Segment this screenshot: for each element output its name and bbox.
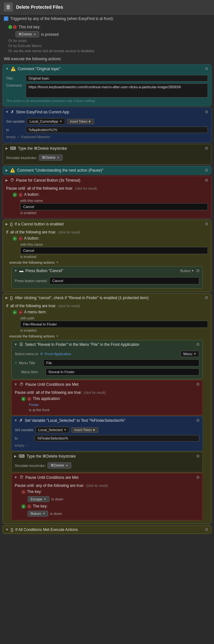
if-cancel-label: If a Cancel button is enabled [15,222,64,226]
setvariable-to-value[interactable]: %FinderSelection% [34,435,199,441]
pause-finder-chevron[interactable]: ▼ [14,383,17,386]
add-hotkey-btn[interactable] [8,25,12,29]
after-click-triangle[interactable]: ▼ [56,335,59,338]
store-insert-token[interactable]: Insert Token ▼ [67,119,94,124]
pause-key-escape-minus[interactable]: − [21,490,26,494]
comment1-title-value[interactable]: Original topic [26,75,208,81]
remove-hotkey-btn[interactable] [13,25,17,29]
pause-key-the-key: The key: [27,489,42,494]
hotkey-dropdown-arrow[interactable]: ▼ [33,33,36,36]
pause1-name-value[interactable]: Cancel [20,203,208,210]
after-click-minus[interactable]: − [18,310,23,315]
after-click-chevron[interactable]: ▶ [5,296,8,299]
if-cancel-click-result[interactable]: (click for result) [58,231,80,234]
store-to-row: to %Application%1% [6,126,208,134]
comment2-header-left: ▶ ⚠️ Comment "Understanding the next act… [5,168,103,173]
press-cancel-btn-arrow[interactable]: ▼ [191,269,194,272]
if-cancel-btn-row: + − A button: [13,235,208,242]
keystroke1-arrow[interactable]: ▼ [57,156,60,159]
action-if-all-cond: ▼ {} If All Conditions Met Execute Actio… [3,525,211,534]
select-menu-title-value[interactable]: File [43,359,199,366]
keystroke1-header: ▶ ⌨ Type the ⌘Delete Keystroke ⚙ [3,144,211,152]
press-cancel-gear[interactable]: ⚙ [196,268,200,273]
pause-finder-plus[interactable]: + [21,397,26,401]
store-chevron[interactable]: ▼ [5,110,9,114]
if-cancel-triangle[interactable]: ▼ [56,261,59,264]
if-cancel-name-value[interactable]: Cancel [20,247,208,254]
pause-finder-this-app: This application: [33,396,61,401]
pause-key-escape-value[interactable]: Escape ▼ [28,496,49,502]
if-cancel-minus[interactable]: − [18,236,23,241]
press-cancel-chevron[interactable]: ▼ [14,269,17,272]
store-to-value[interactable]: %Application%1% [26,127,208,133]
keystroke2-value[interactable]: ⌘Delete ▼ [48,462,71,469]
comment2-gear[interactable]: ⚙ [205,168,209,173]
setvariable-gear[interactable]: ⚙ [196,418,200,423]
setvariable-insert-token[interactable]: Insert Token ▼ [71,427,98,433]
pause-key-chevron[interactable]: ▼ [14,476,17,479]
keystroke2-header-left: ▶ ⌨ Type the ⌘Delete Keystroke [14,454,76,459]
if-cancel-plus[interactable]: + [13,236,17,241]
pause1-click-result[interactable]: (click for result) [75,187,97,190]
setvariable-arrow[interactable]: ▼ [64,428,67,431]
after-click-with-path: with path [20,316,208,321]
store-setvar-arrow[interactable]: ▼ [59,120,62,123]
comment1-chevron[interactable]: ▼ [5,67,9,71]
pause1-minus[interactable]: − [18,193,23,197]
setvariable-setvar-value[interactable]: Local_Selected ▼ [35,427,69,433]
pause-key-cond-header: Pause until any of the following are tru… [15,483,199,488]
if-cancel-gear[interactable]: ⚙ [205,222,209,226]
if-cancel-all-of: all of the following are true: [10,230,56,234]
pause-key-escape-arrow[interactable]: ▼ [44,497,47,501]
keystroke2-gear[interactable]: ⚙ [196,454,200,459]
select-menu-dropdown[interactable]: Menu ▼ [181,351,199,357]
pause-finder-at-front: is at the front [29,407,199,412]
store-setvar-value[interactable]: Local_CurrentApp ▼ [27,118,65,125]
select-menu-item-value[interactable]: Reveal In Finder [46,368,199,375]
keystroke2-chevron[interactable]: ▶ [14,454,17,458]
press-named-label: Press button named: [15,279,48,283]
select-plus-icon[interactable]: + [15,361,17,365]
pause1-gear[interactable]: ⚙ [205,178,209,183]
if-all-cond-gear[interactable]: ⚙ [205,527,209,532]
comment1-body: Title: Original topic Comment: https://f… [3,73,211,106]
trigger-checkbox[interactable]: ✓ [4,16,8,21]
trigger-label: Triggered by any of the following (when … [10,16,114,21]
after-click-gear[interactable]: ⚙ [205,295,209,300]
after-click-click-result[interactable]: (click for result) [58,304,80,308]
store-gear[interactable]: ⚙ [205,109,209,114]
setvariable-chevron[interactable]: ▼ [14,419,17,422]
comment2-header: ▶ ⚠️ Comment "Understanding the next act… [3,166,211,174]
pause1-chevron[interactable]: ▶ [5,178,8,182]
keystroke2-arrow[interactable]: ▼ [66,464,68,467]
pause1-is-enabled: is enabled [20,210,208,215]
pause-key-return-plus[interactable]: + [21,504,26,509]
if-cancel-chevron[interactable]: ▶ [5,222,8,226]
or-macro: Or by Execute Macro [8,43,210,48]
select-reveal-gear[interactable]: ⚙ [196,342,200,347]
press-named-value[interactable]: Cancel [49,277,199,284]
pause-key-return-arrow[interactable]: ▼ [42,512,45,515]
pause-key-gear[interactable]: ⚙ [196,475,200,480]
pause1-plus[interactable]: + [13,193,17,197]
pause-key-return-minus[interactable]: − [27,504,31,509]
if-all-cond-chevron[interactable]: ▼ [5,528,9,531]
hotkey-key[interactable]: ⌘Delete ▼ [15,31,39,37]
pause-finder-minus[interactable]: − [27,397,31,401]
pause-finder-gear[interactable]: ⚙ [196,382,200,387]
pause-finder-click-result[interactable]: (click for result) [84,391,106,394]
select-menu-arrow[interactable]: ▼ [193,352,196,355]
after-click-plus[interactable]: + [13,310,17,315]
add-remove-hotkey[interactable] [8,25,17,29]
select-reveal-chevron[interactable]: ▼ [14,343,17,346]
after-click-path-value[interactable]: File>Reveal In Finder [20,321,208,328]
comment2-chevron[interactable]: ▶ [5,168,8,172]
keystroke1-gear[interactable]: ⚙ [205,146,209,151]
pause-finder-icon: ⏱ [19,382,23,387]
pause-key-click-result[interactable]: (click for result) [86,484,108,488]
comment1-comment-value[interactable]: https://forum.keyboardmaestro.com/t/cont… [26,83,208,98]
pause-key-return-value[interactable]: Return ▼ [28,511,48,516]
keystroke1-chevron[interactable]: ▶ [5,147,8,150]
comment1-gear[interactable]: ⚙ [205,66,209,71]
keystroke1-value[interactable]: ⌘Delete ▼ [39,155,63,161]
